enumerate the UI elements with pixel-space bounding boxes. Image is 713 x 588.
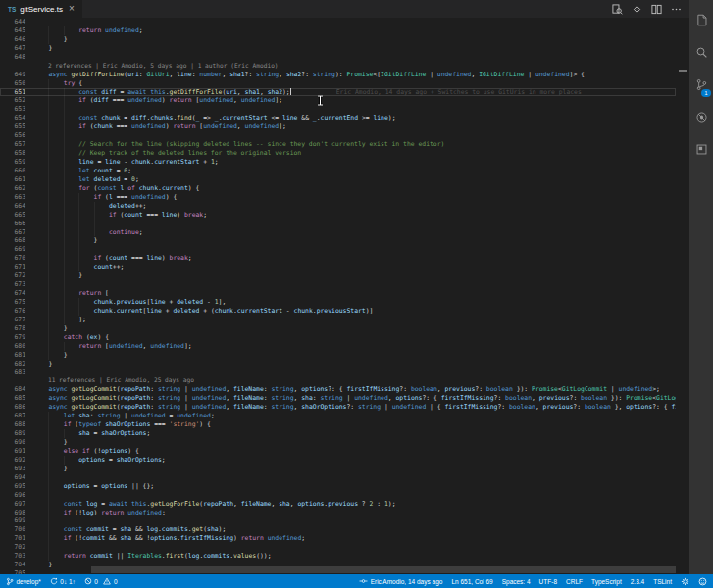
code-line[interactable]: 679 catch (ex) { bbox=[0, 333, 676, 342]
code-line[interactable]: 652 if (diff === undefined) return [unde… bbox=[0, 96, 676, 105]
code-text[interactable] bbox=[25, 53, 676, 62]
line-number[interactable]: 689 bbox=[0, 429, 25, 438]
code-line[interactable]: 656 bbox=[0, 131, 676, 140]
sidebar-item-explorer[interactable] bbox=[689, 5, 713, 37]
line-number[interactable]: 695 bbox=[0, 482, 25, 491]
line-number[interactable]: 667 bbox=[0, 228, 25, 237]
line-number[interactable]: 698 bbox=[0, 509, 25, 517]
line-number[interactable]: 669 bbox=[0, 245, 25, 254]
line-number[interactable]: 677 bbox=[0, 316, 25, 324]
code-text[interactable]: catch (ex) { bbox=[25, 333, 676, 342]
code-line[interactable]: 696 bbox=[0, 491, 676, 500]
code-line[interactable]: 675 chunk.previous[line + deleted - 1], bbox=[0, 298, 676, 307]
line-number[interactable]: 668 bbox=[0, 236, 25, 245]
code-line[interactable]: 678 } bbox=[0, 324, 676, 333]
line-number[interactable]: 676 bbox=[0, 307, 25, 316]
line-number[interactable]: 692 bbox=[0, 456, 25, 465]
code-text[interactable] bbox=[25, 220, 676, 228]
sidebar-item-source-control[interactable]: 1 bbox=[689, 70, 713, 102]
git-branch-status[interactable]: develop* bbox=[6, 577, 41, 586]
line-number[interactable]: 654 bbox=[0, 114, 25, 122]
line-number[interactable]: 666 bbox=[0, 220, 25, 228]
line-number[interactable] bbox=[0, 62, 25, 71]
code-text[interactable]: line = line - chunk.currentStart + 1; bbox=[25, 158, 676, 167]
sidebar-item-extensions[interactable] bbox=[689, 134, 713, 167]
code-text[interactable]: try { bbox=[25, 79, 676, 88]
git-sync-status[interactable]: 0↓ 1↑ bbox=[50, 577, 76, 585]
code-text[interactable]: async getDiffForLine(uri: GitUri, line: … bbox=[25, 71, 676, 79]
code-line[interactable]: 683 bbox=[0, 368, 676, 377]
line-number[interactable]: 697 bbox=[0, 500, 25, 509]
code-text[interactable]: return [undefined, undefined]; bbox=[25, 342, 676, 351]
code-line[interactable]: 693 } bbox=[0, 465, 676, 473]
line-number[interactable]: 650 bbox=[0, 79, 25, 88]
line-number[interactable]: 700 bbox=[0, 525, 25, 534]
sidebar-item-search[interactable] bbox=[689, 37, 713, 70]
line-number[interactable]: 694 bbox=[0, 473, 25, 482]
code-line[interactable]: 651 const diff = await this.getDiffForFi… bbox=[0, 88, 676, 97]
code-line[interactable]: 664 deleted++; bbox=[0, 202, 676, 211]
code-text[interactable]: const log = await this.getLogForFile(rep… bbox=[25, 500, 676, 509]
code-line[interactable]: 681 } bbox=[0, 351, 676, 360]
code-line[interactable]: 674 return [ bbox=[0, 289, 676, 298]
code-text[interactable]: } bbox=[25, 438, 676, 447]
code-text[interactable]: } bbox=[25, 271, 676, 280]
line-number[interactable]: 646 bbox=[0, 35, 25, 44]
code-text[interactable]: count++; bbox=[25, 263, 676, 271]
open-preview-icon[interactable] bbox=[612, 4, 623, 15]
code-line[interactable]: 676 chunk.current[line + deleted + (chun… bbox=[0, 307, 676, 316]
line-number[interactable] bbox=[0, 376, 25, 385]
feedback-smiley-icon[interactable] bbox=[698, 577, 707, 586]
code-text[interactable]: if (count === line) break; bbox=[25, 254, 676, 263]
code-line[interactable]: 649 async getDiffForLine(uri: GitUri, li… bbox=[0, 71, 676, 79]
line-number[interactable]: 696 bbox=[0, 491, 25, 500]
ts-version-status[interactable]: 2.3.4 bbox=[631, 578, 644, 585]
horizontal-scrollbar[interactable] bbox=[91, 566, 676, 573]
language-mode-status[interactable]: TypeScript bbox=[591, 578, 622, 585]
code-line[interactable]: 668 } bbox=[0, 236, 676, 245]
code-text[interactable]: return [ bbox=[25, 289, 676, 298]
code-line[interactable]: 677 ]; bbox=[0, 316, 676, 324]
line-number[interactable]: 674 bbox=[0, 289, 25, 298]
code-line[interactable]: 666 bbox=[0, 220, 676, 228]
code-text[interactable]: // Keep track of the deleted lines for t… bbox=[25, 149, 676, 158]
line-number[interactable]: 686 bbox=[0, 403, 25, 412]
code-line[interactable]: 690 } bbox=[0, 438, 676, 447]
line-number[interactable]: 679 bbox=[0, 333, 25, 342]
line-number[interactable]: 678 bbox=[0, 324, 25, 333]
code-text[interactable]: options = options || {}; bbox=[25, 482, 676, 491]
code-line[interactable]: 703 return commit || Iterables.first(log… bbox=[0, 552, 676, 561]
code-line[interactable]: 645 return undefined; bbox=[0, 26, 676, 35]
code-text[interactable] bbox=[25, 245, 676, 254]
code-line[interactable]: 671 count++; bbox=[0, 263, 676, 271]
code-text[interactable]: if (typeof shaOrOptions === 'string') { bbox=[25, 420, 676, 429]
line-number[interactable]: 683 bbox=[0, 368, 25, 377]
line-number[interactable]: 662 bbox=[0, 184, 25, 193]
code-text[interactable]: return commit || Iterables.first(log.com… bbox=[25, 552, 676, 561]
line-number[interactable]: 699 bbox=[0, 516, 25, 525]
code-text[interactable]: } bbox=[25, 351, 676, 360]
code-text[interactable]: sha = shaOrOptions; bbox=[25, 429, 676, 438]
code-line[interactable]: 695 options = options || {}; bbox=[0, 482, 676, 491]
code-line[interactable]: 658 // Keep track of the deleted lines f… bbox=[0, 149, 676, 158]
line-number[interactable]: 649 bbox=[0, 71, 25, 79]
code-text[interactable]: if (!commit && sha && !options.firstIfMi… bbox=[25, 534, 676, 543]
code-text[interactable]: chunk.previous[line + deleted - 1], bbox=[25, 298, 676, 307]
line-number[interactable]: 664 bbox=[0, 202, 25, 211]
code-text[interactable]: if (count === line) break; bbox=[25, 211, 676, 220]
indentation-status[interactable]: Spaces: 4 bbox=[502, 578, 531, 585]
code-text[interactable]: if (!log) return undefined; bbox=[25, 509, 676, 517]
code-text[interactable] bbox=[25, 131, 676, 140]
code-line[interactable]: 688 if (typeof shaOrOptions === 'string'… bbox=[0, 420, 676, 429]
code-text[interactable]: let deleted = 0; bbox=[25, 175, 676, 184]
code-line[interactable]: 669 bbox=[0, 245, 676, 254]
code-text[interactable]: // Search for the line (skipping deleted… bbox=[25, 140, 676, 149]
code-text[interactable] bbox=[25, 105, 676, 114]
code-text[interactable]: const chunk = diff.chunks.find(_ => _.cu… bbox=[25, 114, 676, 122]
code-line[interactable]: 650 try { bbox=[0, 79, 676, 88]
code-line[interactable]: 659 line = line - chunk.currentStart + 1… bbox=[0, 158, 676, 167]
line-number[interactable]: 660 bbox=[0, 167, 25, 175]
line-number[interactable]: 690 bbox=[0, 438, 25, 447]
code-text[interactable]: const diff = await this.getDiffForFile(u… bbox=[25, 88, 676, 97]
code-text[interactable]: ]; bbox=[25, 316, 676, 324]
